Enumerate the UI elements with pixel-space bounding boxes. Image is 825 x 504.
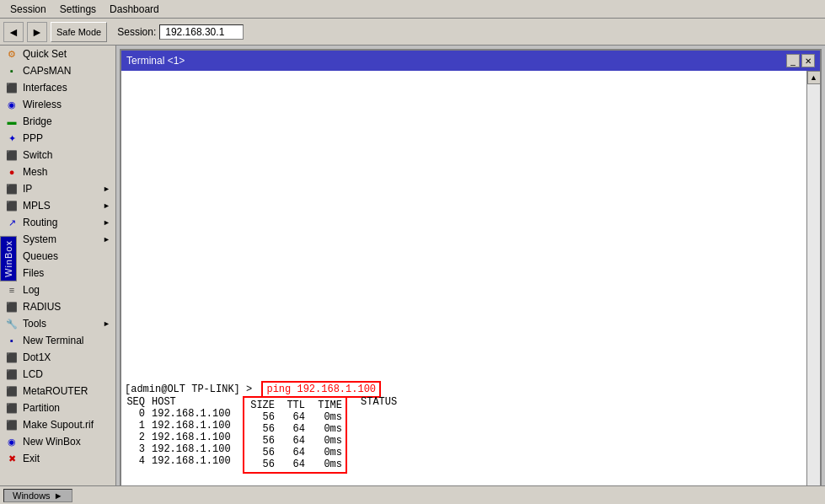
- menu-session[interactable]: Session: [3, 2, 53, 17]
- sidebar-item-lcd[interactable]: ⬛ LCD: [0, 366, 115, 383]
- terminal-body[interactable]: [admin@OLT TP-LINK] > ping 192.168.1.100…: [121, 71, 820, 499]
- sidebar-label-make-supout: Make Supout.rif: [23, 419, 94, 431]
- cmd-input[interactable]: ping 192.168.1.100: [261, 381, 381, 398]
- sidebar-label-mesh: Mesh: [23, 166, 47, 178]
- sidebar-label-bridge: Bridge: [23, 115, 52, 127]
- sidebar-icon-metarouter: ⬛: [5, 384, 19, 398]
- terminal-window: Terminal <1> _ ✕ [admin@OLT TP-LINK] > p…: [120, 49, 822, 501]
- menu-settings[interactable]: Settings: [53, 2, 103, 17]
- sidebar-label-ppp: PPP: [23, 132, 43, 144]
- sidebar-item-ppp[interactable]: ✦ PPP: [0, 130, 115, 147]
- ping-header: SEQ HOST: [125, 396, 236, 408]
- sidebar-label-files: Files: [23, 267, 44, 279]
- sidebar-item-mesh[interactable]: ● Mesh: [0, 164, 115, 180]
- sidebar-label-dot1x: Dot1X: [23, 351, 51, 363]
- sidebar-item-files[interactable]: 📁 Files: [0, 265, 115, 281]
- sidebar-icon-mesh: ●: [5, 165, 19, 179]
- sidebar-item-bridge[interactable]: ▬ Bridge: [0, 113, 115, 130]
- sidebar-icon-switch: ⬛: [5, 148, 19, 162]
- sidebar-item-quick-set[interactable]: ⚙ Quick Set: [0, 46, 115, 62]
- content-area: Terminal <1> _ ✕ [admin@OLT TP-LINK] > p…: [116, 46, 825, 504]
- ping-left-cols: SEQ HOST 0 192.168.1.100 1 192.168.1.100…: [125, 396, 236, 467]
- cmd-prompt: [admin@OLT TP-LINK] >: [125, 383, 252, 395]
- terminal-minimize-button[interactable]: _: [786, 54, 800, 67]
- menu-dashboard[interactable]: Dashboard: [103, 2, 166, 17]
- sidebar: ⚙ Quick Set ▪ CAPsMAN ⬛ Interfaces ◉ Wir…: [0, 46, 116, 504]
- sidebar-item-interfaces[interactable]: ⬛ Interfaces: [0, 79, 115, 96]
- sidebar-icon-radius: ⬛: [5, 300, 19, 314]
- ping-status-header: STATUS: [361, 396, 411, 408]
- header-host: HOST: [152, 396, 236, 408]
- sidebar-item-capsman[interactable]: ▪ CAPsMAN: [0, 62, 115, 79]
- cmd-line: [admin@OLT TP-LINK] > ping 192.168.1.100: [125, 381, 381, 398]
- session-label: Session: 192.168.30.1: [117, 24, 244, 40]
- ping-rows-left: 0 192.168.1.100 1 192.168.1.100 2 192.16…: [125, 408, 236, 467]
- sidebar-item-ip[interactable]: ⬛ IP ►: [0, 180, 115, 197]
- back-button[interactable]: ◄: [3, 22, 24, 42]
- menubar: Session Settings Dashboard: [0, 0, 825, 19]
- sidebar-icon-new-terminal: ▪: [5, 334, 19, 347]
- ping-right-row: 56 64 0ms: [248, 447, 342, 458]
- windows-label: Windows: [13, 491, 51, 501]
- sidebar-item-dot1x[interactable]: ⬛ Dot1X: [0, 349, 115, 366]
- sidebar-item-metarouter[interactable]: ⬛ MetaROUTER: [0, 383, 115, 399]
- header-size: SIZE: [248, 399, 275, 411]
- ping-right-row: 56 64 0ms: [248, 435, 342, 447]
- sidebar-item-exit[interactable]: ✖ Exit: [0, 450, 115, 467]
- terminal-close-button[interactable]: ✕: [801, 54, 815, 67]
- header-time: TIME: [312, 399, 342, 411]
- bottom-taskbar: Windows ►: [0, 485, 825, 504]
- sidebar-label-lcd: LCD: [23, 368, 43, 380]
- sidebar-label-switch: Switch: [23, 149, 52, 161]
- sidebar-item-queues[interactable]: ⬛ Queues: [0, 248, 115, 265]
- sidebar-item-system[interactable]: ⚙ System ►: [0, 231, 115, 248]
- sidebar-item-make-supout[interactable]: ⬛ Make Supout.rif: [0, 416, 115, 433]
- windows-taskbar-item[interactable]: Windows ►: [3, 489, 72, 502]
- header-status: STATUS: [361, 396, 411, 408]
- sidebar-icon-log: ≡: [5, 283, 19, 297]
- sidebar-label-ip: IP: [23, 183, 32, 195]
- sidebar-arrow-ip: ►: [103, 185, 110, 193]
- sidebar-icon-wireless: ◉: [5, 98, 19, 111]
- scrollbar-up[interactable]: ▲: [807, 71, 821, 84]
- sidebar-item-log[interactable]: ≡ Log: [0, 281, 115, 298]
- sidebar-item-routing[interactable]: ↗ Routing ►: [0, 214, 115, 231]
- ping-rows-right: 56 64 0ms 56 64 0ms 56 64 0ms 56 64 0ms …: [248, 411, 342, 470]
- session-value: 192.168.30.1: [159, 24, 244, 40]
- sidebar-icon-partition: ⬛: [5, 401, 19, 415]
- cmd-arrow: [255, 383, 261, 395]
- sidebar-icon-quick-set: ⚙: [5, 47, 19, 61]
- ping-right-cols: SIZE TTL TIME 56 64 0ms 56 64 0ms 56 64 …: [243, 396, 347, 474]
- sidebar-item-partition[interactable]: ⬛ Partition: [0, 399, 115, 416]
- terminal-content[interactable]: [admin@OLT TP-LINK] > ping 192.168.1.100…: [121, 71, 806, 499]
- sidebar-item-new-terminal[interactable]: ▪ New Terminal: [0, 332, 115, 349]
- windows-arrow: ►: [54, 491, 63, 501]
- ping-right-row: 56 64 0ms: [248, 423, 342, 435]
- sidebar-label-system: System: [23, 233, 56, 245]
- sidebar-label-mpls: MPLS: [23, 200, 51, 212]
- sidebar-label-log: Log: [23, 284, 40, 296]
- ping-row: 1 192.168.1.100: [125, 420, 236, 432]
- sidebar-icon-ip: ⬛: [5, 182, 19, 196]
- sidebar-item-radius[interactable]: ⬛ RADIUS: [0, 298, 115, 315]
- sidebar-label-queues: Queues: [23, 250, 58, 262]
- main-layout: ⚙ Quick Set ▪ CAPsMAN ⬛ Interfaces ◉ Wir…: [0, 46, 825, 504]
- sidebar-icon-tools: 🔧: [5, 317, 19, 330]
- sidebar-item-switch[interactable]: ⬛ Switch: [0, 147, 115, 164]
- sidebar-icon-make-supout: ⬛: [5, 418, 19, 432]
- sidebar-item-wireless[interactable]: ◉ Wireless: [0, 96, 115, 113]
- forward-button[interactable]: ►: [27, 22, 47, 42]
- sidebar-label-new-terminal: New Terminal: [23, 335, 83, 346]
- sidebar-item-new-winbox[interactable]: ◉ New WinBox: [0, 433, 115, 450]
- sidebar-icon-ppp: ✦: [5, 131, 19, 145]
- sidebar-item-tools[interactable]: 🔧 Tools ►: [0, 315, 115, 332]
- ping-output: SEQ HOST 0 192.168.1.100 1 192.168.1.100…: [125, 396, 411, 474]
- safemode-button[interactable]: Safe Mode: [51, 22, 107, 42]
- terminal-scrollbar[interactable]: ▲ ▼: [806, 71, 820, 499]
- scrollbar-track[interactable]: [807, 84, 820, 485]
- terminal-title: Terminal <1>: [126, 55, 185, 67]
- sidebar-label-metarouter: MetaROUTER: [23, 385, 88, 397]
- sidebar-item-mpls[interactable]: ⬛ MPLS ►: [0, 197, 115, 214]
- terminal-controls: _ ✕: [786, 54, 815, 67]
- header-seq: SEQ: [125, 396, 145, 408]
